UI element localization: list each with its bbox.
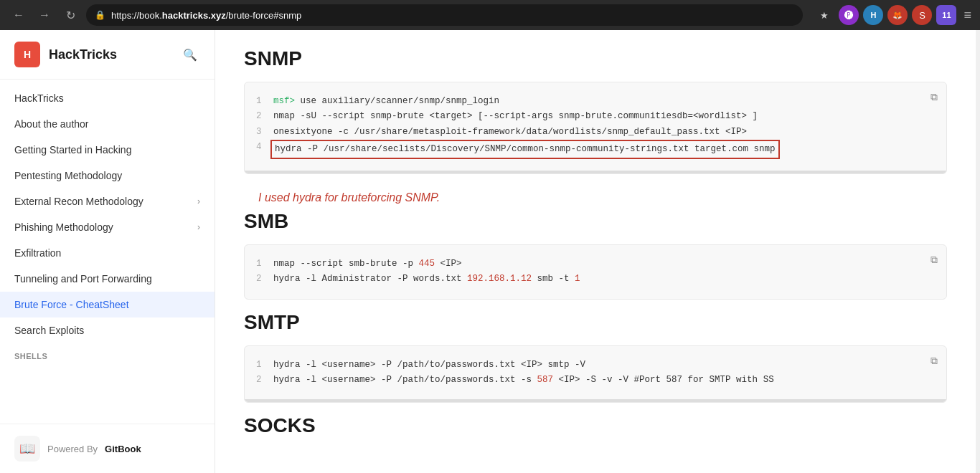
smtp-code-line-1: 1hydra -l <username> -P /path/to/passwor… [256, 358, 935, 373]
copy-button[interactable]: ⧉ [928, 88, 941, 106]
sidebar-nav: HackTricks About the author Getting Star… [0, 80, 215, 424]
sidebar-item-label: Tunneling and Port Forwarding [14, 273, 152, 285]
code-line-3: 3onesixtyone -c /usr/share/metasploit-fr… [256, 125, 935, 140]
s-icon[interactable]: S [912, 5, 932, 25]
sidebar-footer: 📖 Powered By GitBook [0, 424, 215, 473]
smtp-code: 1hydra -l <username> -P /path/to/passwor… [245, 346, 946, 400]
snmp-callout: I used hydra for bruteforcing SNMP. [244, 186, 947, 210]
logo-text: HackTricks [49, 47, 117, 62]
snmp-code: 1msf> use auxiliary/scanner/snmp/snmp_lo… [245, 82, 946, 171]
sidebar: H HackTricks 🔍 HackTricks About the auth… [0, 30, 215, 473]
smb-title: SMB [244, 210, 947, 233]
sidebar-item-label: Getting Started in Hacking [14, 144, 131, 156]
sidebar-item-label: Search Exploits [14, 325, 84, 336]
code-line-2: 2nmap -sU --script snmp-brute <target> [… [256, 109, 935, 124]
sidebar-item-label: External Recon Methodology [14, 196, 143, 207]
socks-title: SOCKS [244, 414, 947, 437]
menu-icon[interactable]: ≡ [963, 8, 971, 23]
sidebar-item-search-exploits[interactable]: Search Exploits [0, 317, 215, 343]
footer-powered: Powered By [47, 444, 98, 454]
app-body: H HackTricks 🔍 HackTricks About the auth… [0, 30, 980, 473]
address-bar[interactable]: 🔒 https://book.hacktricks.xyz/brute-forc… [86, 4, 803, 26]
pocket-icon[interactable]: 🅟 [839, 5, 859, 25]
browser-icons: ★ 🅟 H 🦊 S 11 ≡ [814, 5, 971, 25]
sidebar-header: H HackTricks 🔍 [0, 30, 215, 80]
sidebar-item-label: Phishing Methodology [14, 221, 113, 233]
smtp-title: SMTP [244, 311, 947, 334]
right-scrollbar[interactable] [976, 30, 980, 473]
sidebar-item-about-author[interactable]: About the author [0, 111, 215, 137]
h-icon[interactable]: H [863, 5, 883, 25]
chevron-right-icon: › [197, 196, 200, 206]
addon-icon[interactable]: 🦊 [887, 5, 908, 25]
code-line-1: 1msf> use auxiliary/scanner/snmp/snmp_lo… [256, 94, 935, 109]
snmp-title: SNMP [244, 47, 947, 70]
code-line-4: 4hydra -P /usr/share/seclists/Discovery/… [256, 140, 935, 159]
sidebar-logo: H HackTricks [14, 42, 117, 67]
url-display: https://book.hacktricks.xyz/brute-force#… [111, 10, 794, 21]
sidebar-item-exfiltration[interactable]: Exfiltration [0, 240, 215, 266]
snmp-code-block: ⧉ 1msf> use auxiliary/scanner/snmp/snmp_… [244, 82, 947, 174]
sidebar-item-label: Pentesting Methodology [14, 170, 122, 181]
smb-code-block: ⧉ 1nmap --script smb-brute -p 445 <IP>2h… [244, 244, 947, 300]
sidebar-item-tunneling[interactable]: Tunneling and Port Forwarding [0, 266, 215, 292]
url-path: /brute-force#snmp [226, 10, 302, 21]
sidebar-item-label: About the author [14, 118, 89, 130]
code-scrollbar[interactable] [245, 171, 946, 173]
sidebar-item-label: Brute Force - CheatSheet [14, 299, 129, 310]
smtp-scrollbar[interactable] [245, 399, 946, 402]
chevron-right-icon: › [197, 222, 200, 232]
sidebar-item-label: Exfiltration [14, 247, 61, 259]
copy-button-smtp[interactable]: ⧉ [928, 352, 941, 370]
smtp-code-line-2: 2hydra -l <username> -P /path/to/passwor… [256, 373, 935, 388]
forward-button[interactable]: → [34, 5, 55, 25]
copy-button-smb[interactable]: ⧉ [928, 251, 941, 269]
gitbook-icon: 📖 [14, 436, 40, 462]
sidebar-item-brute-force[interactable]: Brute Force - CheatSheet [0, 292, 215, 317]
logo-icon: H [14, 42, 40, 67]
browser-chrome: ← → ↻ 🔒 https://book.hacktricks.xyz/brut… [0, 0, 980, 30]
search-button[interactable]: 🔍 [180, 45, 200, 64]
lock-icon: 🔒 [95, 10, 105, 20]
reload-button[interactable]: ↻ [60, 5, 80, 25]
content-area: SNMP ⧉ 1msf> use auxiliary/scanner/snmp/… [215, 30, 976, 473]
url-domain: hacktricks.xyz [162, 10, 226, 21]
shells-section-label: SHELLS [0, 343, 215, 363]
smb-code: 1nmap --script smb-brute -p 445 <IP>2hyd… [245, 245, 946, 299]
smb-code-line-2: 2hydra -l Administrator -P words.txt 192… [256, 272, 935, 287]
smb-code-line-1: 1nmap --script smb-brute -p 445 <IP> [256, 257, 935, 272]
star-icon[interactable]: ★ [814, 5, 834, 25]
footer-brand: GitBook [105, 444, 141, 454]
url-prefix: https://book. [111, 10, 162, 21]
badge-icon[interactable]: 11 [936, 5, 956, 25]
sidebar-item-phishing[interactable]: Phishing Methodology › [0, 214, 215, 240]
back-button[interactable]: ← [9, 5, 29, 25]
sidebar-item-external-recon[interactable]: External Recon Methodology › [0, 188, 215, 214]
sidebar-item-label: HackTricks [14, 92, 64, 104]
smtp-code-block: ⧉ 1hydra -l <username> -P /path/to/passw… [244, 345, 947, 403]
sidebar-item-pentesting[interactable]: Pentesting Methodology [0, 163, 215, 188]
sidebar-item-hacktricks[interactable]: HackTricks [0, 85, 215, 111]
sidebar-item-getting-started[interactable]: Getting Started in Hacking [0, 137, 215, 163]
